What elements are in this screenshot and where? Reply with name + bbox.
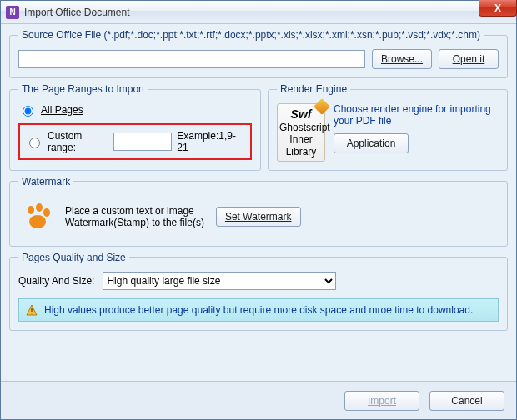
svg-point-0 <box>28 206 34 214</box>
quality-info-banner: High values produce better page quality … <box>18 298 499 322</box>
watermark-desc-line2: Watermark(Stamp) to the file(s) <box>65 217 204 228</box>
warning-icon <box>26 304 38 316</box>
svg-point-1 <box>36 203 43 212</box>
group-page-ranges: The Page Ranges to Import All Pages Cust… <box>9 83 261 171</box>
group-source-file: Source Office Flie (*.pdf;*.doc;*.ppt;*.… <box>9 29 508 78</box>
cancel-button[interactable]: Cancel <box>429 391 504 411</box>
set-watermark-label: Set Watermark <box>225 211 292 222</box>
svg-rect-6 <box>31 312 32 313</box>
client-area: Source Office Flie (*.pdf;*.doc;*.ppt;*.… <box>1 24 516 381</box>
window-title: Import Office Document <box>24 7 130 18</box>
paw-icon <box>22 201 53 232</box>
radio-all-input[interactable] <box>23 106 33 117</box>
browse-button[interactable]: Browse... <box>372 49 432 69</box>
radio-custom-range[interactable]: Custom range: <box>25 130 108 153</box>
group-render-legend: Render Engine <box>277 83 350 95</box>
custom-range-highlight: Custom range: Example:1,9-21 <box>18 123 252 160</box>
browse-label: Browse... <box>381 53 423 65</box>
tile-sub1: Ghostscript <box>279 122 323 133</box>
watermark-desc: Place a custom text or image Watermark(S… <box>65 205 204 228</box>
dialog-footer: Import Cancel <box>1 381 516 419</box>
app-icon: N <box>6 6 19 19</box>
close-button[interactable]: X <box>479 0 517 17</box>
open-label: Open it <box>453 53 485 65</box>
radio-all-label: All Pages <box>41 104 83 116</box>
tile-sub2: Inner Library <box>279 133 323 158</box>
import-label: Import <box>368 395 396 407</box>
svg-point-3 <box>29 215 46 228</box>
open-button[interactable]: Open it <box>439 49 499 69</box>
render-engine-tile[interactable]: Swf Ghostscript Inner Library <box>277 103 325 162</box>
radio-all-pages[interactable]: All Pages <box>18 103 252 117</box>
close-icon: X <box>494 2 501 14</box>
group-quality: Pages Quality and Size Quality And Size:… <box>9 252 508 331</box>
custom-range-input[interactable] <box>113 132 172 151</box>
set-watermark-button[interactable]: Set Watermark <box>216 207 301 227</box>
group-source-legend: Source Office Flie (*.pdf;*.doc;*.ppt;*.… <box>18 29 484 41</box>
svg-point-2 <box>43 208 50 217</box>
radio-custom-input[interactable] <box>29 138 40 148</box>
radio-custom-label: Custom range: <box>48 130 108 153</box>
quality-info-text: High values produce better page quality … <box>44 304 473 316</box>
group-watermark-legend: Watermark <box>18 176 73 188</box>
group-render-engine: Render Engine Swf Ghostscript Inner Libr… <box>268 83 508 171</box>
custom-range-example: Example:1,9-21 <box>177 130 243 153</box>
source-path-input[interactable] <box>18 50 365 68</box>
svg-rect-5 <box>31 308 32 312</box>
application-button[interactable]: Application <box>334 133 409 153</box>
group-watermark: Watermark Place a custom text or image W… <box>9 176 508 247</box>
render-desc: Choose render engine for importing your … <box>334 103 499 127</box>
titlebar: N Import Office Document X <box>1 1 516 24</box>
dialog-window: N Import Office Document X Source Office… <box>0 0 517 420</box>
import-button[interactable]: Import <box>344 391 419 411</box>
group-quality-legend: Pages Quality and Size <box>18 252 129 263</box>
watermark-desc-line1: Place a custom text or image <box>65 205 204 217</box>
group-ranges-legend: The Page Ranges to Import <box>18 83 148 95</box>
quality-label: Quality And Size: <box>18 275 94 287</box>
quality-select[interactable]: High quality large file size <box>103 272 336 290</box>
